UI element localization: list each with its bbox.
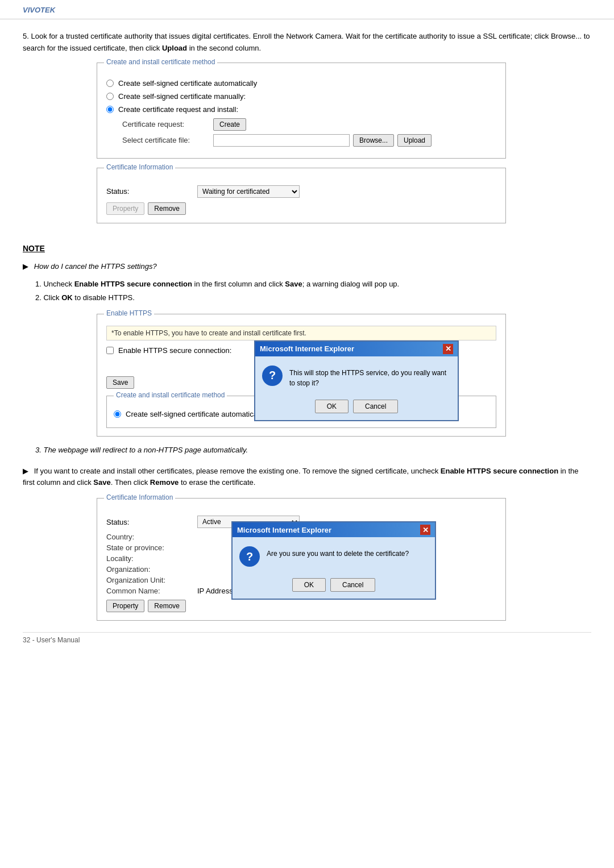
status-row: Status: Waiting for certificated xyxy=(106,185,496,198)
sub-rows: Certificate request: Create Select certi… xyxy=(122,118,496,147)
cert-info2-btn-row: Property Remove xyxy=(106,600,496,612)
radio-request-row: Create certificate request and install: xyxy=(106,105,496,114)
select-cert-input-area: Browse... Upload xyxy=(213,134,496,147)
enable-https-checkbox[interactable] xyxy=(106,347,114,354)
modal-text-2: Are you sure you want to delete the cert… xyxy=(267,546,409,559)
note-step-2: 2. Click OK to disable HTTPS. xyxy=(35,292,591,304)
upload-button[interactable]: Upload xyxy=(397,134,432,147)
modal-body-2: ? Are you sure you want to delete the ce… xyxy=(233,537,435,574)
brand-logo: VIVOTEK xyxy=(23,6,55,14)
modal-ok-button-2[interactable]: OK xyxy=(292,578,326,592)
cert-info-box: Certificate Information Status: Waiting … xyxy=(97,168,506,223)
modal-dialog-1: Microsoft Internet Explorer ✕ ? This wil… xyxy=(254,340,459,421)
cert-method-box: Create and install certificate method Cr… xyxy=(97,63,506,159)
property-button-1[interactable]: Property xyxy=(106,202,144,215)
common-name-value: IP Address xyxy=(197,587,233,595)
remove-button-1[interactable]: Remove xyxy=(148,202,186,215)
enable-https-checkbox-row: Enable HTTPS secure connection: xyxy=(106,346,231,355)
header: VIVOTEK xyxy=(0,0,614,19)
modal-icon-2: ? xyxy=(239,546,260,567)
radio-request[interactable] xyxy=(106,106,114,113)
modal-close-button-1[interactable]: ✕ xyxy=(443,344,453,354)
property-button-2[interactable]: Property xyxy=(106,600,144,612)
cert-info2-box: Certificate Information Status: Active C… xyxy=(97,498,506,621)
nested-radio-auto-input[interactable] xyxy=(114,410,121,418)
note-section: NOTE ▶ How do I cancel the HTTPS setting… xyxy=(23,244,591,621)
modal-cancel-button-2[interactable]: Cancel xyxy=(330,578,375,592)
note-steps: 1. Uncheck Enable HTTPS secure connectio… xyxy=(35,278,591,304)
cert-info-btn-row: Property Remove xyxy=(106,202,496,215)
modal-close-button-2[interactable]: ✕ xyxy=(420,525,430,535)
cert-request-row: Certificate request: Create xyxy=(122,118,496,131)
select-cert-row: Select certificate file: Browse... Uploa… xyxy=(122,134,496,147)
step5-text: 5. Look for a trusted certificate author… xyxy=(23,31,591,55)
cert-file-input[interactable] xyxy=(213,134,350,147)
https-info-bar: *To enable HTTPS, you have to create and… xyxy=(106,326,496,340)
modal2-area: Country: Microsoft Internet Explorer ✕ ? xyxy=(106,533,496,595)
footer: 32 - User's Manual xyxy=(23,632,591,644)
page-content: 5. Look for a trusted certificate author… xyxy=(0,19,614,655)
modal-btn-row-2: OK Cancel xyxy=(233,574,435,599)
https-section: Enable HTTPS *To enable HTTPS, you have … xyxy=(97,314,506,437)
cert-method-legend: Create and install certificate method xyxy=(104,58,217,66)
enable-https-box: Enable HTTPS *To enable HTTPS, you have … xyxy=(97,314,506,437)
enable-https-legend: Enable HTTPS xyxy=(104,309,154,317)
modal-btn-row-1: OK Cancel xyxy=(255,395,458,420)
radio-manual-row: Create self-signed certificate manually: xyxy=(106,92,496,101)
note-step-1: 1. Uncheck Enable HTTPS secure connectio… xyxy=(35,278,591,290)
status-select[interactable]: Waiting for certificated xyxy=(197,185,300,198)
modal-dialog-2: Microsoft Internet Explorer ✕ ? Are you … xyxy=(231,521,436,600)
modal-ok-button-1[interactable]: OK xyxy=(315,400,349,413)
modal-overlay-1: Enable HTTPS secure connection: Microsof… xyxy=(106,346,231,359)
cert-request-input-area: Create xyxy=(213,118,496,131)
create-button[interactable]: Create xyxy=(213,118,246,131)
bullet2-item: ▶ If you want to create and install othe… xyxy=(23,466,591,489)
modal-titlebar-2: Microsoft Internet Explorer ✕ xyxy=(233,522,435,537)
radio-auto-row: Create self-signed certificate automatic… xyxy=(106,79,496,88)
modal-titlebar-1: Microsoft Internet Explorer ✕ xyxy=(255,342,458,356)
cert-info2-legend: Certificate Information xyxy=(104,493,175,501)
step3-italic: 3. The webpage will redirect to a non-HT… xyxy=(35,446,591,454)
modal-icon-1: ? xyxy=(262,366,283,386)
modal-dialog-2-wrapper: Microsoft Internet Explorer ✕ ? Are you … xyxy=(231,521,436,600)
cert-info2-content: Status: Active Country: xyxy=(106,516,496,612)
cert-info-legend: Certificate Information xyxy=(104,163,175,171)
radio-auto[interactable] xyxy=(106,80,114,87)
note-question: ▶ How do I cancel the HTTPS settings? xyxy=(23,261,591,273)
browse-button[interactable]: Browse... xyxy=(353,134,394,147)
modal-body-1: ? This will stop the HTTPS service, do y… xyxy=(255,356,458,395)
note-title: NOTE xyxy=(23,244,591,253)
remove-button-2[interactable]: Remove xyxy=(148,600,186,612)
modal-text-1: This will stop the HTTPS service, do you… xyxy=(289,366,451,388)
radio-manual[interactable] xyxy=(106,93,114,100)
nested-cert-legend: Create and install certificate method xyxy=(114,391,227,399)
save-button[interactable]: Save xyxy=(106,376,134,389)
modal-cancel-button-1[interactable]: Cancel xyxy=(353,400,398,413)
